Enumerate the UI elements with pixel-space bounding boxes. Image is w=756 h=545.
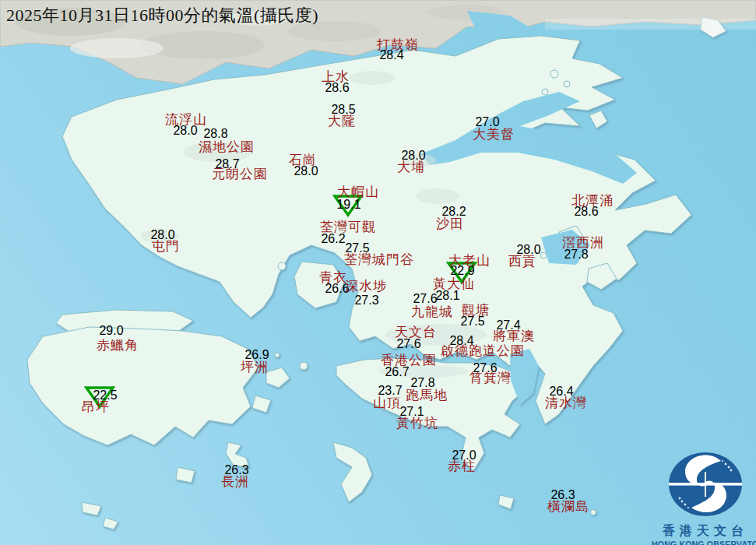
station-temperature-value: 27.8 (564, 248, 588, 261)
station-temperature-value: 27.5 (460, 315, 484, 328)
station-temperature-value: 26.2 (321, 233, 345, 245)
station-name-label: 深水埗 (345, 280, 387, 293)
station-temperature-value: 27.1 (399, 406, 424, 418)
station-temperature-value: 19.1 (336, 199, 360, 211)
station-temperature-value: 28.5 (331, 104, 355, 116)
station-temperature-value: 22.5 (93, 389, 117, 402)
station-name-label: 荃灣城門谷 (344, 253, 414, 266)
station-name-label: 濕地公園 (199, 140, 255, 153)
hong-kong-map (0, 0, 756, 545)
station-name-label: 滘西洲 (562, 236, 604, 249)
station-temperature-value: 28.1 (435, 290, 459, 302)
station-name-label: 長洲 (221, 475, 249, 488)
station-temperature-value: 26.9 (244, 349, 269, 361)
station-temperature-value: 28.2 (441, 206, 466, 218)
station-temperature-value: 28.0 (150, 229, 174, 241)
station-name-label: 清水灣 (545, 396, 587, 410)
station-temperature-value: 26.3 (224, 464, 248, 476)
hko-temperature-map-page: 2025年10月31日16時00分的氣溫(攝氏度) 打鼓嶺28.4上水28.6大… (0, 0, 756, 545)
station-temperature-value: 23.7 (378, 385, 402, 397)
station-name-label: 沙田 (436, 217, 464, 230)
station-name-label: 天文台 (395, 325, 437, 339)
station-name-label: 九龍城 (411, 305, 453, 318)
station-temperature-value: 27.0 (452, 449, 476, 462)
station-name-label: 大隴 (328, 114, 356, 128)
station-temperature-value: 28.0 (401, 149, 425, 162)
station-name-label: 跑馬地 (406, 389, 448, 402)
station-temperature-value: 28.6 (325, 82, 349, 94)
station-temperature-value: 29.0 (99, 325, 123, 337)
station-temperature-value: 27.4 (496, 319, 520, 332)
station-name-label: 荃灣可觀 (320, 220, 376, 234)
station-name-label: 坪洲 (241, 360, 269, 374)
station-temperature-value: 27.5 (345, 242, 369, 255)
station-name-label: 香港公園 (381, 353, 437, 367)
station-name-label: 屯門 (152, 240, 180, 253)
station-temperature-value: 27.6 (473, 362, 497, 374)
station-temperature-value: 28.8 (203, 128, 227, 140)
station-temperature-value: 26.3 (550, 489, 575, 501)
station-name-label: 大帽山 (337, 185, 379, 199)
station-name-label: 黃竹坑 (396, 417, 438, 430)
station-name-label: 大埔 (397, 160, 425, 174)
map-title: 2025年10月31日16時00分的氣溫(攝氏度) (6, 4, 318, 27)
station-name-label: 山頂 (373, 396, 401, 410)
station-temperature-value: 28.0 (516, 244, 540, 256)
station-temperature-value: 28.6 (574, 206, 598, 218)
station-name-label: 赤鱲角 (97, 339, 139, 352)
station-temperature-value: 26.7 (385, 366, 409, 378)
station-temperature-value: 27.0 (475, 116, 499, 128)
station-name-label: 大美督 (473, 128, 515, 141)
station-name-label: 橫瀾島 (547, 500, 589, 513)
station-temperature-value: 27.3 (354, 294, 378, 307)
station-temperature-value: 28.4 (379, 49, 403, 62)
station-temperature-value: 27.6 (413, 293, 437, 305)
station-name-label: 昂坪 (82, 400, 110, 413)
hko-logo-icon (666, 450, 744, 519)
hko-logo: 香港天文台 HONG KONG OBSERVATORY (658, 450, 753, 545)
station-temperature-value: 28.0 (173, 125, 197, 137)
station-temperature-value: 27.6 (396, 338, 420, 350)
station-temperature-value: 28.7 (215, 158, 239, 171)
station-name-label: 黃大仙 (433, 277, 475, 290)
hko-logo-english-name: HONG KONG OBSERVATORY (652, 540, 753, 545)
station-temperature-value: 27.8 (410, 377, 434, 389)
station-name-label: 西貢 (508, 255, 536, 268)
station-temperature-value: 28.0 (294, 165, 318, 178)
station-temperature-value: 28.4 (449, 335, 473, 347)
station-temperature-value: 26.4 (549, 385, 573, 398)
hko-logo-chinese-name: 香港天文台 (658, 523, 753, 540)
